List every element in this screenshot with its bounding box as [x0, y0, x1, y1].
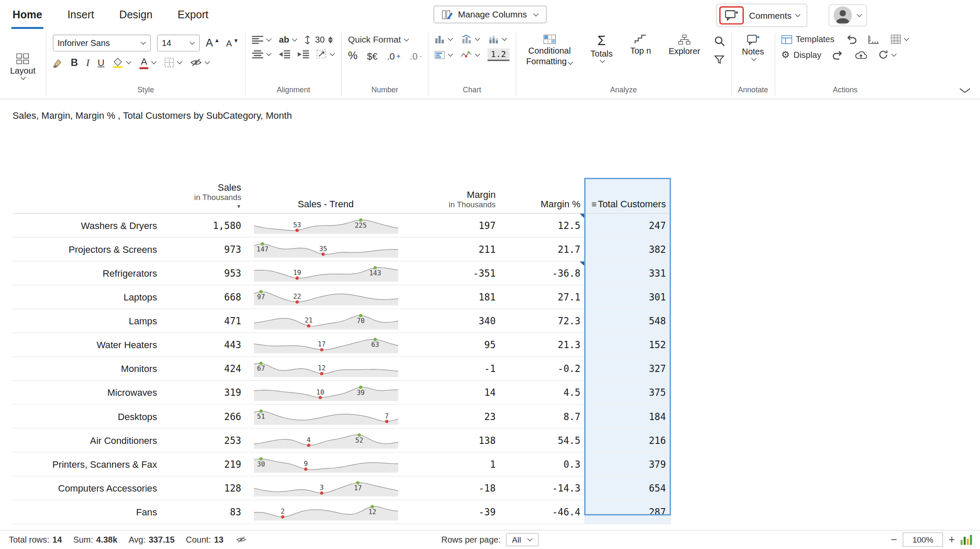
zoom-level[interactable]: 100%: [903, 532, 943, 547]
column-header-margin-pct[interactable]: Margin %: [499, 178, 584, 213]
font-name-select[interactable]: Inforiver Sans: [52, 34, 150, 51]
text-orientation-button[interactable]: [316, 50, 335, 59]
quick-format-button[interactable]: Quick Format: [348, 34, 409, 45]
vertical-align-button[interactable]: [252, 50, 271, 58]
hide-summary-button[interactable]: [236, 536, 246, 543]
indent-decrease-button[interactable]: [279, 50, 291, 58]
bold-button[interactable]: B: [71, 57, 78, 69]
row-label[interactable]: Water Heaters: [13, 333, 179, 357]
top-n-button[interactable]: Top n: [627, 34, 655, 55]
wrap-text-button[interactable]: ab: [279, 34, 297, 45]
row-label[interactable]: Monitors: [13, 357, 179, 380]
decrease-font-size-button[interactable]: A▼: [226, 38, 239, 48]
tab-home[interactable]: Home: [11, 1, 44, 29]
column-header-sales[interactable]: Sales in Thousands ▼: [179, 178, 246, 213]
publish-cloud-button[interactable]: [855, 50, 867, 59]
table-row[interactable]: Water Heaters44317639521.3152: [13, 333, 671, 357]
row-height-stepper[interactable]: 30: [305, 34, 333, 45]
underline-button[interactable]: U: [98, 57, 105, 68]
account-menu[interactable]: [829, 4, 867, 26]
column-header-total-customers[interactable]: ≡ Total Customers: [584, 178, 671, 213]
table-row[interactable]: Fans83212-39-46.4287: [13, 500, 671, 524]
row-label[interactable]: Refrigerators: [13, 261, 179, 285]
stacked-chart-button[interactable]: [489, 34, 507, 43]
conditional-formatting-button[interactable]: Conditional Formatting: [522, 34, 577, 67]
row-label[interactable]: Air Conditioners: [13, 429, 179, 452]
comments-button[interactable]: Comments: [749, 10, 801, 20]
font-size-select[interactable]: 14: [157, 34, 199, 51]
visibility-button[interactable]: [191, 59, 210, 67]
chevron-down-icon: [533, 11, 538, 16]
table-row[interactable]: Printers, Scanners & Fax21993010.3379: [13, 452, 671, 476]
table-row[interactable]: Washers & Dryers1,5805322519712.5247: [13, 214, 671, 237]
sparkline-chart: 35147: [254, 241, 398, 258]
rows-per-page-select[interactable]: All: [506, 533, 538, 546]
templates-button[interactable]: Templates: [781, 34, 835, 44]
sparkline-button[interactable]: [461, 51, 480, 59]
zoom-in-button[interactable]: +: [949, 534, 955, 545]
column-header-sales-trend[interactable]: Sales - Trend: [246, 178, 405, 213]
borders-button[interactable]: [165, 58, 182, 67]
percent-format-button[interactable]: %: [348, 50, 357, 63]
sparkline-chart: 751: [254, 408, 398, 425]
notes-button[interactable]: Notes: [738, 34, 768, 60]
table-row[interactable]: Air Conditioners25345213854.5216: [13, 429, 671, 452]
table-row[interactable]: Monitors4241267-1-0.2327: [13, 357, 671, 381]
filter-button[interactable]: [714, 55, 724, 64]
row-label[interactable]: Desktops: [13, 405, 179, 428]
table-row[interactable]: Microwaves3191039144.5375: [13, 381, 671, 405]
indent-increase-button[interactable]: [298, 50, 309, 58]
explorer-button[interactable]: Explorer: [665, 34, 704, 56]
display-button[interactable]: ⚙ Display: [781, 49, 821, 60]
format-painter-button[interactable]: [52, 58, 63, 68]
column-header-margin[interactable]: Margin in Thousands: [405, 178, 500, 213]
row-label[interactable]: Washers & Dryers: [13, 214, 179, 237]
row-label[interactable]: Projectors & Screens: [13, 237, 179, 261]
search-button[interactable]: [714, 36, 725, 46]
table-row[interactable]: Projectors & Screens9733514721121.7382: [13, 237, 671, 261]
combo-chart-button[interactable]: [462, 34, 480, 43]
fill-color-button[interactable]: [113, 57, 131, 68]
row-label[interactable]: Computers Accessories: [13, 477, 179, 500]
refresh-button[interactable]: [878, 50, 897, 60]
column-chart-button[interactable]: [435, 34, 453, 43]
avatar: [834, 6, 852, 25]
stepper-arrows[interactable]: [328, 36, 333, 43]
manage-columns-button[interactable]: Manage Columns: [433, 6, 546, 23]
layout-button[interactable]: Layout: [6, 53, 40, 79]
row-label[interactable]: Microwaves: [13, 381, 179, 404]
export-excel-button[interactable]: [891, 34, 909, 44]
data-bars-button[interactable]: [435, 51, 453, 59]
tab-export[interactable]: Export: [177, 1, 210, 29]
margin-value: -351: [405, 261, 500, 285]
increase-decimal-button[interactable]: .0+: [387, 51, 401, 61]
undo-button[interactable]: [846, 34, 857, 44]
italic-button[interactable]: I: [86, 57, 89, 69]
row-label[interactable]: Laptops: [13, 286, 179, 309]
tab-insert[interactable]: Insert: [66, 1, 95, 29]
increase-font-size-button[interactable]: A▲: [206, 37, 220, 49]
ruler-button[interactable]: [868, 34, 880, 44]
add-comment-button[interactable]: [720, 6, 744, 25]
table-row[interactable]: Refrigerators95319143-351-36.8331: [13, 261, 671, 285]
table-row[interactable]: Laptops668229718127.1301: [13, 286, 671, 309]
row-label[interactable]: Fans: [13, 500, 179, 524]
number-scale-button[interactable]: 1.2: [487, 49, 509, 61]
tab-design[interactable]: Design: [118, 1, 154, 29]
table-row[interactable]: Computers Accessories128317-18-14.3654: [13, 477, 671, 500]
decrease-decimal-button[interactable]: .0-: [410, 51, 422, 61]
collapse-ribbon-button[interactable]: [959, 87, 971, 94]
margin-value: 1: [405, 452, 500, 476]
font-color-button[interactable]: A: [140, 57, 157, 69]
row-label[interactable]: Printers, Scanners & Fax: [13, 452, 179, 476]
currency-format-button[interactable]: $€: [367, 51, 378, 61]
table-row[interactable]: Desktops266751238.7184: [13, 405, 671, 429]
table-row[interactable]: Lamps471217034072.3548: [13, 309, 671, 333]
zoom-out-button[interactable]: −: [891, 534, 897, 545]
row-label[interactable]: Lamps: [13, 309, 179, 333]
column-menu-icon[interactable]: ≡: [591, 199, 596, 209]
redo-button[interactable]: [832, 50, 844, 59]
horizontal-align-button[interactable]: [252, 35, 271, 43]
trend-header-title: Sales - Trend: [298, 199, 354, 209]
totals-button[interactable]: Σ Totals: [587, 34, 616, 62]
